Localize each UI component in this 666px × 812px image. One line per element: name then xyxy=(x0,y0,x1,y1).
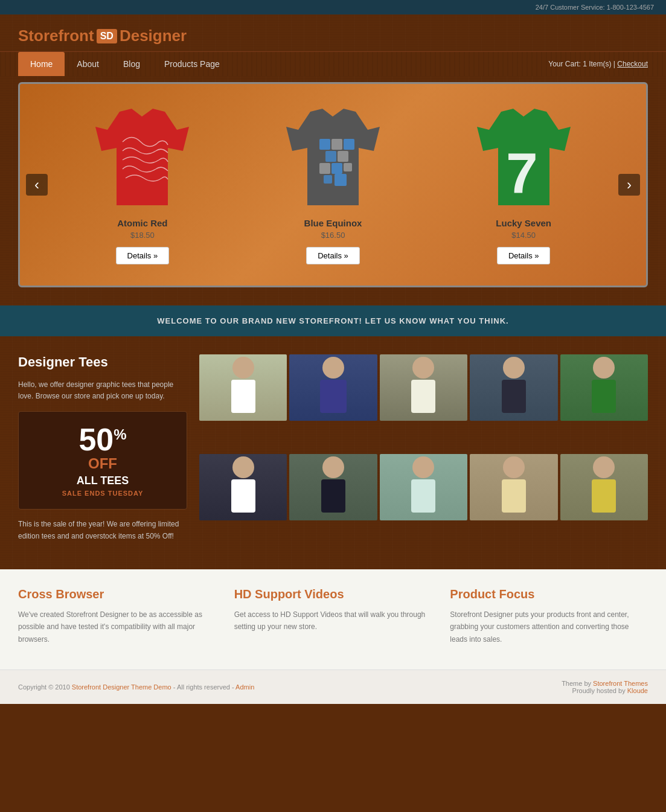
cart-info: Your Cart: 1 Item(s) | Checkout xyxy=(548,60,648,68)
sale-desc: This is the sale of the year! We are off… xyxy=(18,519,187,542)
carousel-items: Atomic Red $18.50 Details » xyxy=(56,106,610,264)
carousel-container: ‹ Atomic Red $18.50 Deta xyxy=(18,82,648,287)
header: Storefront SD Designer xyxy=(0,14,666,51)
product-name-1: Atomic Red xyxy=(56,218,229,228)
grid-cell-5 xyxy=(560,354,648,421)
intro-text: Hello, we offer designer graphic tees th… xyxy=(18,379,187,402)
carousel-item-3: 7 Lucky Seven $14.50 Details » xyxy=(437,106,610,264)
sale-box: 50% OFF ALL TEES SALE ENDS TUESDAY xyxy=(18,411,187,510)
feature-2-text: Get access to HD Support Videos that wil… xyxy=(234,609,432,633)
svg-rect-4 xyxy=(344,139,354,150)
svg-point-27 xyxy=(322,456,344,478)
footer-admin-link[interactable]: Admin xyxy=(235,683,254,691)
footer-copyright: Copyright © 2010 xyxy=(18,683,70,691)
feature-1-title: Cross Browser xyxy=(18,587,216,601)
footer-left: Copyright © 2010 Storefront Designer The… xyxy=(18,683,254,691)
svg-rect-18 xyxy=(320,380,347,413)
svg-point-31 xyxy=(503,456,525,478)
svg-point-19 xyxy=(412,357,434,379)
svg-rect-6 xyxy=(338,151,348,162)
nav-about[interactable]: About xyxy=(65,52,111,76)
content-left: Designer Tees Hello, we offer designer g… xyxy=(18,354,187,551)
shirt-red-svg xyxy=(89,106,195,208)
nav-links: Home About Blog Products Page xyxy=(18,52,548,76)
details-button-1[interactable]: Details » xyxy=(116,247,170,264)
nav-blog[interactable]: Blog xyxy=(111,52,152,76)
svg-text:7: 7 xyxy=(506,141,538,205)
grid-cell-2 xyxy=(289,354,377,421)
image-grid xyxy=(199,354,648,551)
svg-rect-9 xyxy=(344,163,352,171)
details-button-2[interactable]: Details » xyxy=(306,247,360,264)
feature-cross-browser: Cross Browser We've created Storefront D… xyxy=(18,587,216,645)
product-price-2: $16.50 xyxy=(247,231,420,240)
svg-rect-3 xyxy=(331,139,342,150)
svg-point-33 xyxy=(593,456,615,478)
feature-product-focus: Product Focus Storefront Designer puts y… xyxy=(450,587,648,645)
svg-rect-28 xyxy=(321,479,345,513)
footer-rights: - All rights reserved - xyxy=(173,683,235,691)
grid-cell-1 xyxy=(199,354,287,421)
welcome-text: WELCOME TO OUR BRAND NEW STOREFRONT! LET… xyxy=(157,316,508,325)
grid-cell-6 xyxy=(199,454,287,520)
carousel-item-2: Blue Equinox $16.50 Details » xyxy=(247,106,420,264)
svg-rect-16 xyxy=(231,380,255,413)
product-price-1: $18.50 xyxy=(56,231,229,240)
carousel-item-1: Atomic Red $18.50 Details » xyxy=(56,106,229,264)
carousel-next-button[interactable]: › xyxy=(618,174,640,196)
svg-point-25 xyxy=(232,456,254,478)
footer-site-link[interactable]: Storefront Designer Theme Demo xyxy=(72,683,171,691)
grid-cell-4 xyxy=(470,354,557,421)
svg-rect-24 xyxy=(592,380,616,413)
grid-cell-10 xyxy=(560,454,648,520)
grid-cell-3 xyxy=(380,354,467,421)
feature-hd-videos: HD Support Videos Get access to HD Suppo… xyxy=(234,587,432,645)
svg-rect-5 xyxy=(325,151,336,162)
shirt-gray-svg xyxy=(280,106,386,208)
footer-hosted-by: Proudly hosted by xyxy=(572,687,627,694)
shirt-green-svg: 7 xyxy=(471,106,577,208)
logo-designer: Designer xyxy=(120,27,187,45)
sale-ends: SALE ENDS TUESDAY xyxy=(31,490,175,497)
logo-storefront: Storefront xyxy=(18,27,94,45)
svg-rect-10 xyxy=(324,175,332,184)
svg-rect-11 xyxy=(335,174,347,186)
designer-tees-heading: Designer Tees xyxy=(18,354,187,370)
sale-off: OFF xyxy=(31,455,175,472)
svg-rect-20 xyxy=(411,380,435,413)
nav-home[interactable]: Home xyxy=(18,52,65,76)
svg-rect-22 xyxy=(502,380,526,413)
svg-marker-0 xyxy=(95,109,189,205)
product-name-3: Lucky Seven xyxy=(437,218,610,228)
logo-sd: SD xyxy=(97,29,117,43)
footer-host-link[interactable]: Kloude xyxy=(627,687,648,694)
checkout-link[interactable]: Checkout xyxy=(617,60,648,68)
customer-service-text: 24/7 Customer Service: 1-800-123-4567 xyxy=(536,4,654,11)
feature-1-text: We've created Storefront Designer to be … xyxy=(18,609,216,645)
product-name-2: Blue Equinox xyxy=(247,218,420,228)
footer-theme-link[interactable]: Storefront Themes xyxy=(593,680,648,687)
svg-point-17 xyxy=(322,357,344,379)
svg-rect-26 xyxy=(231,479,255,513)
nav-products[interactable]: Products Page xyxy=(152,52,232,76)
svg-point-21 xyxy=(503,357,525,379)
carousel-section: ‹ Atomic Red $18.50 Deta xyxy=(0,76,666,305)
welcome-banner: WELCOME TO OUR BRAND NEW STOREFRONT! LET… xyxy=(0,305,666,336)
details-button-3[interactable]: Details » xyxy=(497,247,551,264)
cart-text: Your Cart: 1 Item(s) | xyxy=(548,60,615,68)
feature-2-title: HD Support Videos xyxy=(234,587,432,601)
footer: Copyright © 2010 Storefront Designer The… xyxy=(0,670,666,704)
footer-theme-by: Theme by xyxy=(562,680,593,687)
svg-rect-32 xyxy=(502,479,526,513)
features-section: Cross Browser We've created Storefront D… xyxy=(0,569,666,670)
sale-percent: 50% xyxy=(78,422,126,457)
svg-point-14 xyxy=(232,357,254,379)
svg-rect-7 xyxy=(319,163,330,174)
grid-cell-9 xyxy=(470,454,557,520)
carousel-prev-button[interactable]: ‹ xyxy=(26,174,48,196)
svg-rect-8 xyxy=(331,163,342,174)
footer-right: Theme by Storefront Themes Proudly hoste… xyxy=(562,680,648,694)
svg-point-23 xyxy=(593,357,615,379)
product-price-3: $14.50 xyxy=(437,231,610,240)
top-bar: 24/7 Customer Service: 1-800-123-4567 xyxy=(0,0,666,14)
